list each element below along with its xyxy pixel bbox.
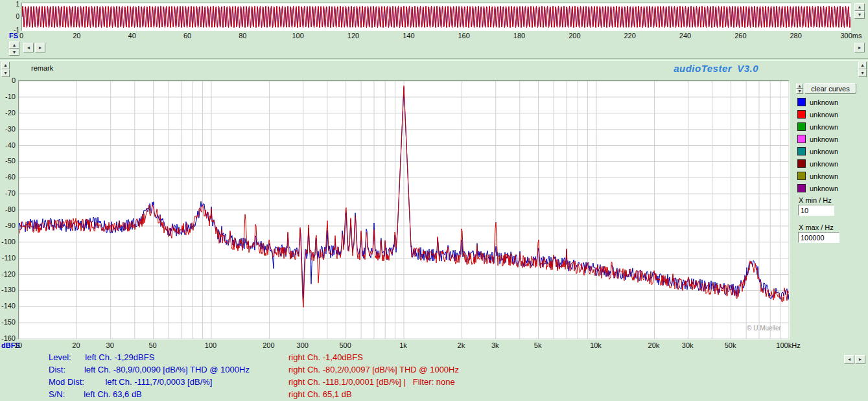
spectrum-y-tick-label: 0 <box>0 76 16 84</box>
app-logo: audioTesterV3.0 <box>616 63 758 74</box>
spectrum-x-tick-label: 100kHz <box>776 341 800 349</box>
scope-x-tick-label: 260 <box>734 32 746 40</box>
x-min-label: X min / Hz <box>799 196 832 204</box>
curve-color-swatch <box>797 135 806 143</box>
spectrum-x-tick-label: 30k <box>682 341 694 349</box>
status-sn-left: S/N: left Ch. 63,6 dB <box>49 389 142 399</box>
scope-x-tick-label: 200 <box>569 32 580 40</box>
scope-x-tick-label: 160 <box>458 32 469 40</box>
spectrum-x-tick-label: 30 <box>106 341 114 349</box>
scope-y-tick-label: 1 <box>0 1 19 8</box>
legend-item[interactable]: unknown <box>797 182 865 194</box>
scope-x-tick-label: 40 <box>128 32 136 40</box>
spectrum-y-tick-label: -30 <box>0 125 16 133</box>
spectrum-x-tick-label: 100 <box>205 341 217 349</box>
scope-x-axis: 0204060801001201401601802002202402602803… <box>0 32 868 40</box>
spectrum-right-scroll-up-button[interactable]: ▴ <box>858 62 867 69</box>
x-max-input[interactable] <box>798 232 839 243</box>
curve-color-swatch <box>797 122 806 131</box>
legend-item[interactable]: unknown <box>797 96 865 108</box>
spectrum-y-tick-label: -10 <box>0 93 16 100</box>
oscilloscope-plot <box>22 3 850 30</box>
scope-pan-left-button[interactable]: ◂ <box>23 43 34 52</box>
spectrum-x-tick-label: 10k <box>590 341 602 349</box>
legend-item-label: unknown <box>810 185 838 192</box>
corner-pan-right-button[interactable]: ▸ <box>855 355 865 364</box>
spectrum-y-tick-label: -150 <box>0 318 16 326</box>
scope-y-tick-label: 0 <box>0 13 19 20</box>
legend-item-label: unknown <box>810 111 838 119</box>
status-level-left: Level: left Ch. -1,29dBFS <box>49 352 154 362</box>
spectrum-x-tick-label: 50k <box>725 341 736 349</box>
remark-label: remark <box>31 64 53 72</box>
sidebar-scroll-down-button[interactable]: ▾ <box>796 89 803 94</box>
spectrum-x-tick-label: 3k <box>491 341 499 349</box>
spectrum-y-tick-label: -140 <box>0 302 16 310</box>
legend-item-label: unknown <box>810 123 838 131</box>
legend-item[interactable]: unknown <box>797 157 865 170</box>
app-logo-version: V3.0 <box>737 63 758 74</box>
curve-legend: unknownunknownunknownunknownunknownunkno… <box>797 96 865 194</box>
x-max-label: X max / Hz <box>799 223 834 231</box>
spectrum-y-tick-label: -50 <box>0 157 16 165</box>
scope-x-tick-label: 60 <box>183 32 191 40</box>
spectrum-y-tick-label: -120 <box>0 270 16 278</box>
spectrum-y-tick-label: -40 <box>0 141 16 149</box>
corner-pan-left-button[interactable]: ◂ <box>844 355 854 364</box>
legend-item[interactable]: unknown <box>797 133 865 145</box>
spectrum-y-tick-label: -110 <box>0 254 16 262</box>
spectrum-x-tick-label: 50 <box>148 341 156 349</box>
scope-x-tick-label: 280 <box>790 32 801 40</box>
legend-item-label: unknown <box>810 98 838 106</box>
status-sn-right: right Ch. 65,1 dB <box>288 389 352 399</box>
spectrum-y-tick-label: -90 <box>0 222 16 229</box>
audiotester-window: 10-1 ▴ ▾ FS 0204060801001201401601802002… <box>0 0 868 401</box>
spectrum-plot <box>19 81 789 339</box>
app-logo-name: audioTester <box>674 63 732 74</box>
spectrum-y-tick-label: -20 <box>0 109 16 117</box>
spectrum-y-tick-label: -70 <box>0 189 16 197</box>
scope-x-tick-label: 220 <box>624 32 635 40</box>
status-moddist-right: right Ch. -118,1/0,0001 [dB/%] | Filter:… <box>288 377 455 387</box>
spectrum-y-tick-label: -80 <box>0 205 16 213</box>
scope-pan-right-button[interactable]: ▸ <box>35 43 45 52</box>
x-min-input[interactable] <box>798 205 834 216</box>
copyright-label: © U.Mueller <box>747 325 781 332</box>
legend-item[interactable]: unknown <box>797 120 865 133</box>
spectrum-scroll-up-button[interactable]: ▴ <box>1 62 10 69</box>
section-divider <box>0 58 868 61</box>
legend-item[interactable]: unknown <box>797 108 865 120</box>
curve-color-swatch <box>797 110 806 119</box>
legend-item-label: unknown <box>810 135 838 143</box>
scope-scroll-up-button[interactable]: ▴ <box>854 3 865 11</box>
scope-x-tick-label: 0 <box>19 32 23 40</box>
spectrum-x-tick-label: 20 <box>72 341 80 349</box>
spectrum-x-tick-label: 200 <box>263 341 274 349</box>
spectrum-x-tick-label: 20k <box>648 341 660 349</box>
legend-item-label: unknown <box>810 172 838 180</box>
scope-pan-right-edge-button[interactable]: ▸ <box>854 43 865 52</box>
scope-x-tick-label: 300ms <box>840 32 862 40</box>
status-moddist-left: Mod Dist: left Ch. -111,7/0,0003 [dB/%] <box>49 377 212 387</box>
legend-item-label: unknown <box>810 160 838 168</box>
curve-color-swatch <box>797 147 806 155</box>
legend-item[interactable]: unknown <box>797 170 865 182</box>
curve-color-swatch <box>797 184 806 192</box>
status-level-right: right Ch. -1,40dBFS <box>288 352 363 362</box>
status-dist-left: Dist: left Ch. -80,9/0,0090 [dB/%] THD @… <box>49 365 250 374</box>
spectrum-right-scroll-down-button[interactable]: ▾ <box>858 69 867 77</box>
curve-color-swatch <box>797 159 806 168</box>
scope-x-tick-label: 240 <box>679 32 691 40</box>
spectrum-x-axis: 102030501002003005001k2k3k5k10k20k30k50k… <box>0 341 868 350</box>
status-dist-right: right Ch. -80,2/0,0097 [dB/%] THD @ 1000… <box>288 365 459 374</box>
legend-item[interactable]: unknown <box>797 145 865 157</box>
scope-zoom-up-button[interactable]: ▴ <box>9 41 19 49</box>
scope-x-tick-label: 140 <box>403 32 414 40</box>
scope-x-tick-label: 80 <box>239 32 246 40</box>
spectrum-x-tick-label: 300 <box>297 341 309 349</box>
scope-zoom-down-button[interactable]: ▾ <box>9 49 19 56</box>
clear-curves-button[interactable]: clear curves <box>804 83 856 94</box>
scope-scroll-down-button[interactable]: ▾ <box>854 11 865 19</box>
spectrum-panel <box>18 80 790 339</box>
scope-x-tick-label: 20 <box>73 32 80 40</box>
